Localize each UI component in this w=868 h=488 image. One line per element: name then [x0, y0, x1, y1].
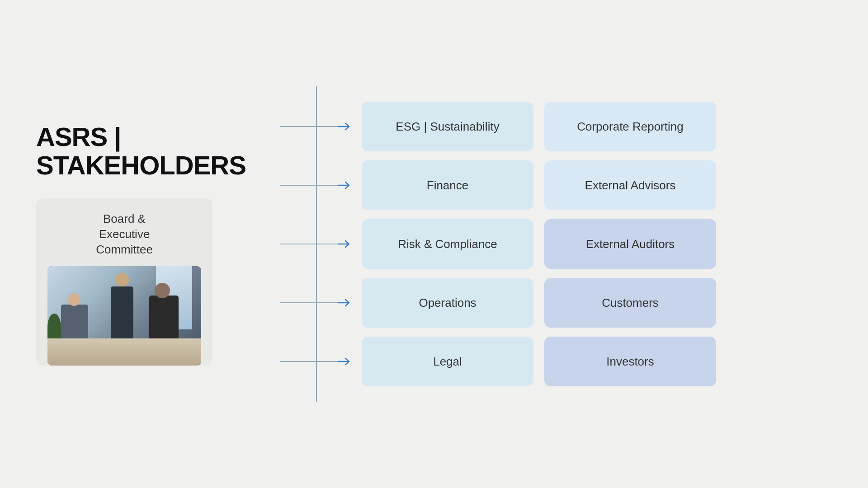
board-card: Board & Executive Committee — [36, 198, 212, 366]
box-finance: Finance — [362, 160, 533, 210]
person-seated-1 — [61, 305, 88, 341]
board-label: Board & Executive Committee — [96, 211, 153, 257]
connector-row-3 — [280, 221, 353, 267]
box-operations-label: Operations — [419, 296, 476, 310]
arrow-1 — [338, 122, 353, 131]
connector-row-2 — [280, 163, 353, 208]
box-customers-label: Customers — [602, 296, 659, 310]
h-line-2 — [280, 185, 338, 186]
connector-section — [280, 86, 353, 402]
box-customers: Customers — [544, 278, 716, 328]
box-corporate-reporting-label: Corporate Reporting — [577, 120, 684, 134]
board-image-inner — [47, 266, 201, 366]
board-line3: Committee — [96, 243, 153, 256]
person-standing — [111, 286, 133, 341]
connector-rows — [280, 104, 353, 384]
plant-decoration — [47, 314, 61, 341]
h-line-5 — [280, 361, 338, 362]
connector-row-1 — [280, 104, 353, 149]
box-corporate-reporting: Corporate Reporting — [544, 102, 716, 151]
board-image — [47, 266, 201, 366]
box-external-advisors-label: External Advisors — [585, 178, 676, 192]
board-line2: Executive — [99, 227, 150, 241]
h-line-3 — [280, 244, 338, 244]
right-boxes-column: Corporate Reporting External Advisors Ex… — [544, 102, 716, 386]
h-line-1 — [280, 126, 338, 127]
arrow-2 — [338, 180, 353, 190]
arrow-3 — [338, 239, 353, 249]
box-legal: Legal — [362, 337, 533, 386]
page-container: ASRS | STAKEHOLDERS Board & Executive Co… — [0, 0, 868, 488]
left-section: ASRS | STAKEHOLDERS Board & Executive Co… — [36, 122, 262, 366]
diagram-section: ESG | Sustainability Finance Risk & Comp… — [353, 102, 832, 386]
connector-row-4 — [280, 280, 353, 325]
board-line1: Board & — [103, 212, 146, 225]
box-esg-label: ESG | Sustainability — [396, 120, 499, 134]
table-surface — [47, 338, 201, 366]
box-investors: Investors — [544, 337, 716, 386]
box-external-advisors: External Advisors — [544, 160, 716, 210]
person-seated-2 — [149, 296, 179, 341]
page-title: ASRS | STAKEHOLDERS — [36, 122, 246, 180]
arrow-5 — [338, 357, 353, 366]
box-legal-label: Legal — [433, 355, 462, 369]
box-esg: ESG | Sustainability — [362, 102, 533, 151]
box-investors-label: Investors — [606, 355, 654, 369]
connector-row-5 — [280, 339, 353, 384]
title-block: ASRS | STAKEHOLDERS — [36, 122, 246, 180]
title-line1: ASRS | — [36, 122, 121, 151]
box-operations: Operations — [362, 278, 533, 328]
title-line2: STAKEHOLDERS — [36, 150, 246, 180]
left-boxes-column: ESG | Sustainability Finance Risk & Comp… — [362, 102, 533, 386]
box-finance-label: Finance — [427, 178, 469, 192]
h-line-4 — [280, 302, 338, 303]
box-risk: Risk & Compliance — [362, 219, 533, 269]
box-risk-label: Risk & Compliance — [398, 237, 497, 251]
box-external-auditors-label: External Auditors — [586, 237, 675, 251]
arrow-4 — [338, 298, 353, 308]
box-external-auditors: External Auditors — [544, 219, 716, 269]
